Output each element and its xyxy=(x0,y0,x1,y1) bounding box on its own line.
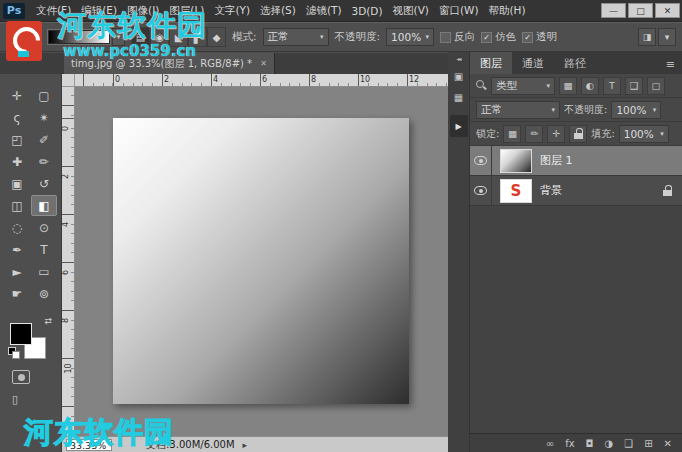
menu-type[interactable]: 文字(Y) xyxy=(209,4,255,18)
eye-icon xyxy=(474,156,487,165)
lock-image-pixels-button[interactable]: ✏ xyxy=(525,125,543,143)
menu-filter[interactable]: 滤镜(T) xyxy=(301,4,347,18)
swap-colors-icon[interactable]: ⇄ xyxy=(44,316,52,326)
close-button[interactable]: ✕ xyxy=(655,3,680,18)
blend-mode-select[interactable]: 正常 ▾ xyxy=(263,28,329,46)
menu-3d[interactable]: 3D(D) xyxy=(346,5,387,17)
site-logo xyxy=(6,21,42,61)
layer-filter-select[interactable]: 类型 ▾ xyxy=(491,77,555,95)
menu-window[interactable]: 窗口(W) xyxy=(434,4,484,18)
visibility-toggle[interactable] xyxy=(470,176,492,205)
move-tool[interactable]: ✛ xyxy=(4,85,30,106)
ruler-number: 8 xyxy=(311,75,316,84)
hand-tool[interactable]: ☛ xyxy=(4,283,30,304)
filter-pixel-layers-button[interactable]: ▦ xyxy=(559,77,577,95)
spot-healing-brush-tool[interactable]: ✚ xyxy=(4,151,30,172)
menu-view[interactable]: 视图(V) xyxy=(388,4,434,18)
photoshop-logo-icon: Ps xyxy=(3,3,25,19)
eyedropper-tool[interactable]: ✐ xyxy=(31,129,57,150)
history-brush-tool[interactable]: ↺ xyxy=(31,173,57,194)
collapsed-panel-icon-1[interactable]: ▣ xyxy=(451,69,467,83)
filter-smart-objects-button[interactable]: ▢ xyxy=(647,77,665,95)
link-layers-icon[interactable]: ∞ xyxy=(546,438,554,449)
tab-channels[interactable]: 通道 xyxy=(512,52,554,74)
eraser-tool[interactable]: ◫ xyxy=(4,195,30,216)
dodge-tool[interactable]: ⊙ xyxy=(31,217,57,238)
layer-row-layer-1[interactable]: 图层 1 xyxy=(470,146,682,176)
horizontal-type-tool[interactable]: T xyxy=(31,239,57,260)
menu-select[interactable]: 选择(S) xyxy=(255,4,301,18)
chevron-down-icon: ▾ xyxy=(546,82,550,90)
tab-paths[interactable]: 路径 xyxy=(554,52,596,74)
rectangular-marquee-tool[interactable]: ▢ xyxy=(31,85,57,106)
restore-button[interactable]: □ xyxy=(628,3,653,18)
lock-icon xyxy=(663,185,672,196)
lock-position-button[interactable]: ✛ xyxy=(547,125,565,143)
pen-tool[interactable]: ✒ xyxy=(4,239,30,260)
ruler-number: 10 xyxy=(360,75,370,84)
lock-all-button[interactable] xyxy=(569,125,587,143)
quick-mask-mode-button[interactable] xyxy=(12,370,30,384)
options-bar-right: ◨ ▾ xyxy=(638,28,676,46)
collapsed-panel-icon-2[interactable]: ▦ xyxy=(451,90,467,104)
diamond-gradient-button[interactable]: ◆ xyxy=(207,27,226,47)
dither-checkbox[interactable]: ✓ 仿色 xyxy=(481,30,516,44)
zoom-tool[interactable]: ⊚ xyxy=(31,283,57,304)
visibility-toggle[interactable] xyxy=(470,146,492,175)
layer-filter-row: 类型 ▾ ▦ ◐ T ❑ ▢ xyxy=(470,74,682,98)
minimize-button[interactable]: — xyxy=(601,3,626,18)
document-image[interactable] xyxy=(113,118,409,404)
layer-thumbnail[interactable] xyxy=(500,149,532,173)
pressure-opacity-button[interactable]: ◨ xyxy=(638,28,656,46)
opacity-label: 不透明度: xyxy=(335,30,381,44)
fill-value: 100% xyxy=(624,128,654,140)
gradient-tool[interactable]: ◧ xyxy=(31,195,57,216)
brush-tool[interactable]: ✏ xyxy=(31,151,57,172)
ruler-origin-corner[interactable] xyxy=(62,74,75,87)
crop-tool[interactable]: ◰ xyxy=(4,129,30,150)
menu-help[interactable]: 帮助(H) xyxy=(484,4,531,18)
path-selection-tool[interactable]: ► xyxy=(4,261,30,282)
reverse-label: 反向 xyxy=(454,30,475,44)
screen-mode-button[interactable]: ▯ xyxy=(12,393,61,406)
filter-adjustment-layers-button[interactable]: ◐ xyxy=(581,77,599,95)
filter-type-layers-button[interactable]: T xyxy=(603,77,621,95)
close-tab-icon[interactable]: ✕ xyxy=(260,59,267,68)
rectangle-tool[interactable]: ▭ xyxy=(31,261,57,282)
reverse-checkbox[interactable]: 反向 xyxy=(440,30,475,44)
layer-blend-mode-value: 正常 xyxy=(481,103,502,117)
lasso-tool[interactable]: ς xyxy=(4,107,30,128)
ruler-number: 2 xyxy=(164,75,169,84)
layer-effects-icon[interactable]: fx xyxy=(565,438,574,449)
lock-transparent-pixels-button[interactable]: ▦ xyxy=(503,125,521,143)
layer-blend-mode-select[interactable]: 正常 ▾ xyxy=(476,101,560,119)
filter-shape-layers-button[interactable]: ❑ xyxy=(625,77,643,95)
tab-layers[interactable]: 图层 xyxy=(470,52,512,74)
status-info-menu-icon[interactable]: ▸ xyxy=(243,440,248,450)
transparency-checkbox[interactable]: ✓ 透明 xyxy=(522,30,557,44)
layer-row-background[interactable]: S 背景 xyxy=(470,176,682,206)
fill-select[interactable]: 100% ▾ xyxy=(619,125,669,143)
expand-panels-icon[interactable]: ◂◂ xyxy=(456,55,460,62)
tools-panel: ✛ ▢ ς ✴ ◰ ✐ ✚ ✏ ▣ ↺ ◫ ◧ ◌ ⊙ ✒ T ► ▭ ☛ ⊚ … xyxy=(0,74,62,452)
new-group-icon[interactable]: ❑ xyxy=(624,438,633,449)
clone-stamp-tool[interactable]: ▣ xyxy=(4,173,30,194)
ruler-number: 2 xyxy=(61,174,70,179)
add-layer-mask-icon[interactable]: ◘ xyxy=(586,438,594,449)
layer-thumbnail[interactable]: S xyxy=(500,179,532,203)
new-layer-icon[interactable]: ⊞ xyxy=(644,438,652,449)
layer-opacity-select[interactable]: 100% ▾ xyxy=(611,101,661,119)
blur-tool[interactable]: ◌ xyxy=(4,217,30,238)
opacity-select[interactable]: 100% ▾ xyxy=(386,28,434,46)
chevron-down-icon: ▾ xyxy=(551,106,555,114)
canvas[interactable] xyxy=(75,87,448,436)
delete-layer-icon[interactable]: ✕ xyxy=(664,438,672,449)
panel-menu-icon[interactable]: ≡ xyxy=(659,58,682,74)
foreground-color-swatch[interactable] xyxy=(10,323,32,345)
default-colors-icon[interactable] xyxy=(8,347,21,360)
expand-panel-group-button[interactable]: ▶ xyxy=(450,115,468,137)
quick-selection-tool[interactable]: ✴ xyxy=(31,107,57,128)
adjustment-layer-icon[interactable]: ◑ xyxy=(605,438,614,449)
options-menu-button[interactable]: ▾ xyxy=(658,28,676,46)
ruler-number: 10 xyxy=(64,363,73,373)
